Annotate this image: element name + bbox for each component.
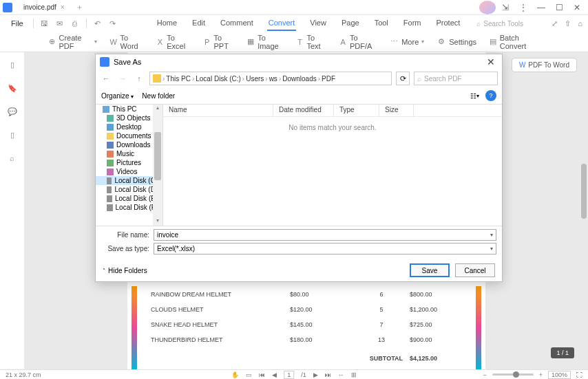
organize-button[interactable]: Organize ▾ bbox=[101, 92, 134, 100]
tab-protect[interactable]: Protect bbox=[434, 16, 461, 31]
file-menu[interactable]: File bbox=[6, 18, 29, 29]
settings-button[interactable]: ⚙Settings bbox=[437, 37, 476, 47]
breadcrumb-segment[interactable]: Downloads bbox=[282, 75, 316, 83]
next-page-icon[interactable]: ▶ bbox=[313, 371, 318, 378]
bookmark-icon[interactable]: 🔖 bbox=[7, 83, 18, 94]
fit-page-icon[interactable]: ⊞ bbox=[351, 371, 357, 378]
prev-page-icon[interactable]: ◀ bbox=[272, 371, 277, 378]
obj3d-icon bbox=[107, 115, 114, 122]
tab-comment[interactable]: Comment bbox=[219, 16, 255, 31]
table-row: SNAKE HEAD HELMET$145.007$725.00 bbox=[148, 318, 465, 332]
to-word-button[interactable]: WTo Word bbox=[109, 34, 144, 50]
zoom-value[interactable]: 100% bbox=[548, 371, 571, 379]
cancel-button[interactable]: Cancel bbox=[455, 263, 495, 277]
save-icon[interactable]: 🖫 bbox=[38, 17, 52, 30]
view-options-icon[interactable]: ☷ ▾ bbox=[469, 90, 480, 101]
dialog-toolbar: Organize ▾ New folder ☷ ▾ ? bbox=[96, 87, 502, 104]
upload-icon[interactable]: ⇧ bbox=[565, 19, 571, 28]
up-icon[interactable]: ↑ bbox=[133, 72, 145, 85]
column-name[interactable]: Name bbox=[163, 105, 273, 116]
page-input[interactable]: 1 bbox=[284, 371, 294, 379]
column-date[interactable]: Date modified bbox=[273, 105, 334, 116]
save-button[interactable]: Save bbox=[410, 263, 450, 277]
home-icon[interactable]: ⌂ bbox=[578, 19, 582, 28]
tab-tool[interactable]: Tool bbox=[373, 16, 390, 31]
more-button[interactable]: ⋯More▾ bbox=[389, 37, 424, 47]
thumbnails-icon[interactable]: ▯ bbox=[7, 59, 18, 70]
create-pdf-button[interactable]: ⊕Create PDF▾ bbox=[48, 34, 97, 50]
comments-icon[interactable]: 💬 bbox=[7, 106, 18, 117]
zoom-in-icon[interactable]: + bbox=[539, 371, 543, 378]
fit-width-icon[interactable]: ↔ bbox=[338, 371, 344, 378]
breadcrumb-segment[interactable]: Users bbox=[246, 75, 264, 83]
dialog-app-icon bbox=[100, 57, 109, 67]
search-input[interactable]: ⌕ Search PDF bbox=[414, 72, 498, 85]
new-tab-button[interactable]: ＋ bbox=[76, 2, 83, 12]
tab-view[interactable]: View bbox=[308, 16, 328, 31]
to-text-button[interactable]: TTo Text bbox=[296, 34, 326, 50]
search-icon: ⌕ bbox=[476, 20, 481, 28]
document-tab[interactable]: invoice.pdf × bbox=[17, 2, 72, 12]
zoom-slider[interactable] bbox=[492, 373, 534, 376]
window-minimize[interactable]: — bbox=[533, 1, 549, 14]
zoom-out-icon[interactable]: − bbox=[483, 371, 486, 378]
saveas-type-label: Save as type: bbox=[101, 245, 149, 252]
tab-convert[interactable]: Convert bbox=[267, 16, 297, 31]
to-pdfa-button[interactable]: ATo PDF/A bbox=[339, 34, 377, 50]
breadcrumb-segment[interactable]: This PC bbox=[166, 75, 191, 83]
tree-scrollbar[interactable]: ▴▾ bbox=[153, 105, 162, 226]
pdf-to-word-button[interactable]: W PDF To Word bbox=[512, 58, 577, 72]
breadcrumb-segment[interactable]: Local Disk (C:) bbox=[196, 75, 241, 83]
back-icon[interactable]: ← bbox=[100, 72, 112, 85]
tab-title: invoice.pdf bbox=[23, 3, 56, 11]
page-dimensions: 21 x 29.7 cm bbox=[6, 371, 41, 378]
to-excel-button[interactable]: XTo Excel bbox=[156, 34, 191, 50]
tab-page[interactable]: Page bbox=[340, 16, 361, 31]
search-tools[interactable]: ⌕ Search Tools bbox=[476, 20, 523, 28]
ai-icon[interactable] bbox=[479, 1, 496, 14]
batch-icon: ▤ bbox=[489, 37, 497, 47]
open-external-icon[interactable]: ⤢ bbox=[552, 19, 558, 28]
kebab-menu-icon[interactable]: ⋮ bbox=[515, 1, 532, 14]
filename-input[interactable]: invoice bbox=[154, 229, 496, 241]
statusbar: 21 x 29.7 cm ✋ ▭ ⏮ ◀ 1 /1 ▶ ⏭ ↔ ⊞ − + 10… bbox=[0, 369, 588, 379]
column-type[interactable]: Type bbox=[334, 105, 379, 116]
folder-tree[interactable]: This PC3D ObjectsDesktopDocumentsDownloa… bbox=[96, 105, 163, 226]
attachments-icon[interactable]: ▯ bbox=[7, 129, 18, 140]
to-ppt-button[interactable]: PTo PPT bbox=[203, 34, 235, 50]
print-icon[interactable]: ⎙ bbox=[68, 17, 82, 30]
undo-icon[interactable]: ↶ bbox=[91, 17, 105, 30]
window-close[interactable]: ✕ bbox=[569, 1, 585, 14]
window-maximize[interactable]: ☐ bbox=[551, 1, 567, 14]
breadcrumb-segment[interactable]: ws bbox=[269, 75, 277, 83]
new-folder-button[interactable]: New folder bbox=[142, 92, 175, 100]
tab-close-icon[interactable]: × bbox=[61, 3, 65, 11]
breadcrumb-segment[interactable]: PDF bbox=[322, 75, 335, 83]
fullscreen-icon[interactable]: ⛶ bbox=[576, 371, 582, 378]
last-page-icon[interactable]: ⏭ bbox=[325, 371, 331, 378]
column-size[interactable]: Size bbox=[379, 105, 414, 116]
breadcrumb[interactable]: ›This PC›Local Disk (C:)›Users›ws›Downlo… bbox=[149, 72, 392, 85]
tab-form[interactable]: Form bbox=[402, 16, 423, 31]
column-headers[interactable]: Name Date modified Type Size bbox=[163, 105, 502, 117]
batch-convert-button[interactable]: ▤Batch Convert bbox=[489, 34, 540, 50]
tab-edit[interactable]: Edit bbox=[191, 16, 207, 31]
saveas-type-select[interactable]: Excel(*.xlsx) bbox=[154, 243, 496, 255]
refresh-icon[interactable]: ⟳ bbox=[396, 72, 410, 85]
hand-tool-icon[interactable]: ✋ bbox=[231, 371, 239, 378]
image-icon: ▦ bbox=[246, 37, 255, 47]
first-page-icon[interactable]: ⏮ bbox=[259, 371, 265, 378]
select-tool-icon[interactable]: ▭ bbox=[246, 371, 252, 378]
app-icon bbox=[3, 3, 12, 12]
search-panel-icon[interactable]: ⌕ bbox=[7, 153, 18, 164]
dialog-close-icon[interactable]: ✕ bbox=[484, 56, 498, 67]
mail-icon[interactable]: ✉ bbox=[53, 17, 67, 30]
to-image-button[interactable]: ▦To Image bbox=[246, 34, 283, 50]
redo-icon[interactable]: ↷ bbox=[106, 17, 120, 30]
vertical-scrollbar[interactable] bbox=[581, 54, 587, 367]
help-icon[interactable]: ? bbox=[485, 90, 496, 101]
share-icon[interactable]: ⇲ bbox=[497, 1, 514, 14]
hide-folders-button[interactable]: ˄ Hide Folders bbox=[103, 267, 147, 274]
tab-home[interactable]: Home bbox=[156, 16, 178, 31]
forward-icon[interactable]: → bbox=[116, 72, 129, 85]
